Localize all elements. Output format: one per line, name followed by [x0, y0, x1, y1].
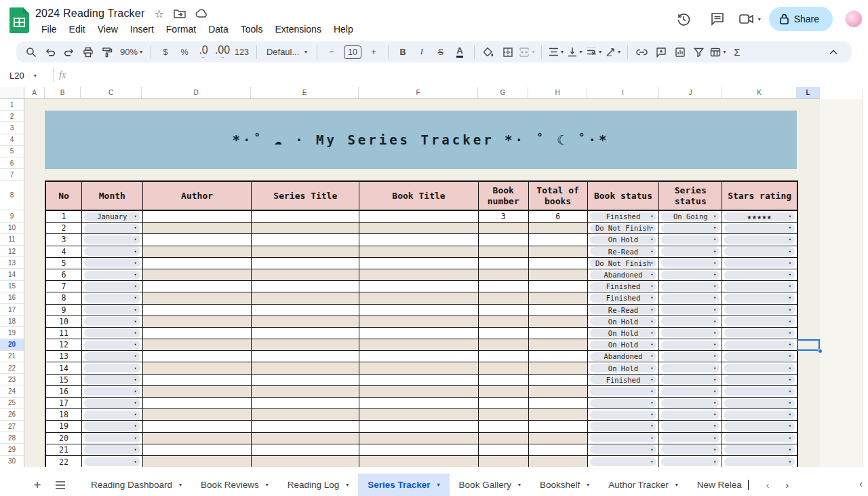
menu-format[interactable]: Format	[160, 22, 202, 36]
series-title-cell[interactable]	[252, 421, 359, 432]
column-header-E[interactable]: E	[251, 87, 359, 99]
paint-format-icon[interactable]	[98, 44, 116, 60]
sheet-tab-menu-arrow[interactable]: ▾	[437, 482, 440, 488]
no-cell[interactable]: 14	[46, 362, 82, 373]
series-status-cell[interactable]: ▾	[659, 316, 722, 327]
book-number-cell[interactable]	[479, 246, 529, 257]
book-number-cell[interactable]	[479, 339, 529, 350]
month-dropdown[interactable]: ▾	[84, 271, 140, 280]
series-status-cell[interactable]: ▾	[659, 223, 722, 233]
book-status-dropdown[interactable]: Re-Read▾	[590, 305, 657, 314]
sheet-tab-book-reviews[interactable]: Book Reviews▾	[191, 474, 278, 496]
book-number-cell[interactable]	[479, 316, 529, 327]
stars-rating-dropdown[interactable]: ▾	[724, 399, 795, 408]
sheet-tab-bookshelf[interactable]: Bookshelf▾	[530, 474, 599, 496]
month-cell[interactable]: ▾	[82, 269, 143, 280]
book-number-cell[interactable]	[479, 456, 529, 467]
stars-rating-dropdown[interactable]: ▾	[724, 224, 795, 233]
book-status-dropdown[interactable]: Finished▾	[590, 282, 657, 291]
no-cell[interactable]: 2	[46, 223, 82, 233]
stars-rating-dropdown[interactable]: ▾	[724, 422, 795, 431]
column-header-F[interactable]: F	[359, 87, 478, 99]
redo-icon[interactable]	[60, 44, 78, 60]
month-cell[interactable]: ▾	[82, 246, 143, 257]
month-dropdown[interactable]: ▾	[84, 224, 140, 233]
no-cell[interactable]: 21	[46, 444, 82, 455]
total-of-books-cell[interactable]	[529, 316, 588, 327]
row-header-6[interactable]: 6	[0, 157, 24, 169]
series-status-dropdown[interactable]: ▾	[661, 434, 719, 442]
no-cell[interactable]: 12	[46, 339, 82, 350]
stars-rating-dropdown[interactable]: ▾	[724, 434, 795, 442]
row-header-23[interactable]: 23	[0, 374, 24, 385]
fill-handle[interactable]	[818, 349, 823, 354]
author-cell[interactable]	[143, 398, 252, 408]
book-status-dropdown[interactable]: ▾	[590, 422, 657, 431]
series-title-cell[interactable]	[252, 211, 359, 222]
book-title-cell[interactable]	[359, 305, 479, 316]
series-title-cell[interactable]	[252, 328, 359, 339]
stars-rating-cell[interactable]: ▾	[722, 234, 797, 245]
row-header-25[interactable]: 25	[0, 398, 24, 409]
total-of-books-cell[interactable]	[529, 398, 588, 408]
book-title-cell[interactable]	[359, 398, 479, 408]
month-cell[interactable]: ▾	[82, 433, 143, 444]
percent-format-button[interactable]: %	[176, 44, 193, 60]
month-cell[interactable]: ▾	[82, 305, 143, 316]
book-status-cell[interactable]: Finished▾	[588, 281, 660, 292]
book-title-cell[interactable]	[359, 339, 479, 350]
stars-rating-dropdown[interactable]: ▾	[724, 282, 795, 291]
italic-button[interactable]: I	[413, 44, 431, 60]
author-cell[interactable]	[143, 444, 252, 455]
series-status-cell[interactable]: ▾	[659, 433, 722, 444]
series-title-cell[interactable]	[252, 223, 359, 233]
row-header-14[interactable]: 14	[0, 269, 24, 280]
text-wrap-icon[interactable]: ▾	[585, 44, 603, 60]
no-cell[interactable]: 19	[46, 421, 82, 432]
month-dropdown[interactable]: ▾	[84, 445, 140, 454]
stars-rating-dropdown[interactable]: ▾	[724, 305, 795, 314]
stars-rating-dropdown[interactable]: ▾	[724, 328, 795, 337]
stars-rating-cell[interactable]: ▾	[722, 409, 797, 420]
book-number-cell[interactable]	[479, 409, 529, 420]
menu-insert[interactable]: Insert	[124, 22, 160, 36]
month-cell[interactable]: ▾	[82, 362, 143, 373]
row-header-12[interactable]: 12	[0, 246, 24, 257]
month-cell[interactable]: ▾	[82, 444, 143, 455]
sheet-tab-menu-arrow[interactable]: ▾	[266, 482, 269, 488]
series-status-dropdown[interactable]: ▾	[661, 317, 719, 326]
column-header-I[interactable]: I	[587, 87, 659, 99]
author-cell[interactable]	[143, 409, 252, 420]
book-number-cell[interactable]	[479, 433, 529, 444]
month-dropdown[interactable]: ▾	[84, 294, 140, 303]
total-of-books-cell[interactable]	[529, 234, 588, 245]
row-header-13[interactable]: 13	[0, 257, 24, 269]
month-cell[interactable]: ▾	[82, 292, 143, 303]
doc-title[interactable]: 2024 Reading Tracker	[35, 7, 144, 20]
author-cell[interactable]	[143, 386, 252, 397]
collapse-toolbar-icon[interactable]	[825, 44, 842, 60]
book-status-cell[interactable]: Re-Read▾	[588, 305, 660, 316]
book-title-cell[interactable]	[359, 258, 479, 269]
book-status-cell[interactable]: On Hold▾	[588, 339, 660, 350]
book-status-dropdown[interactable]: On Hold▾	[590, 328, 657, 337]
no-cell[interactable]: 18	[46, 409, 82, 420]
book-status-cell[interactable]: Abandoned▾	[588, 269, 660, 280]
no-cell[interactable]: 16	[46, 386, 82, 397]
month-cell[interactable]: ▾	[82, 398, 143, 408]
menu-extensions[interactable]: Extensions	[269, 22, 327, 36]
table-views-icon[interactable]: ▾	[709, 44, 727, 60]
series-title-cell[interactable]	[252, 409, 359, 420]
author-cell[interactable]	[143, 211, 252, 222]
series-status-dropdown[interactable]: ▾	[661, 411, 719, 419]
row-header-4[interactable]: 4	[0, 134, 24, 146]
insert-link-icon[interactable]	[633, 44, 651, 60]
book-status-cell[interactable]: On Hold▾	[588, 362, 660, 373]
month-dropdown[interactable]: ▾	[84, 422, 140, 431]
stars-rating-cell[interactable]: ▾	[722, 269, 797, 280]
book-status-dropdown[interactable]: ▾	[590, 411, 657, 419]
stars-rating-cell[interactable]: ▾	[722, 421, 797, 432]
stars-rating-cell[interactable]: ▾	[722, 375, 797, 385]
stars-rating-cell[interactable]: ▾	[722, 316, 797, 327]
stars-rating-dropdown[interactable]: ▾	[724, 294, 795, 303]
